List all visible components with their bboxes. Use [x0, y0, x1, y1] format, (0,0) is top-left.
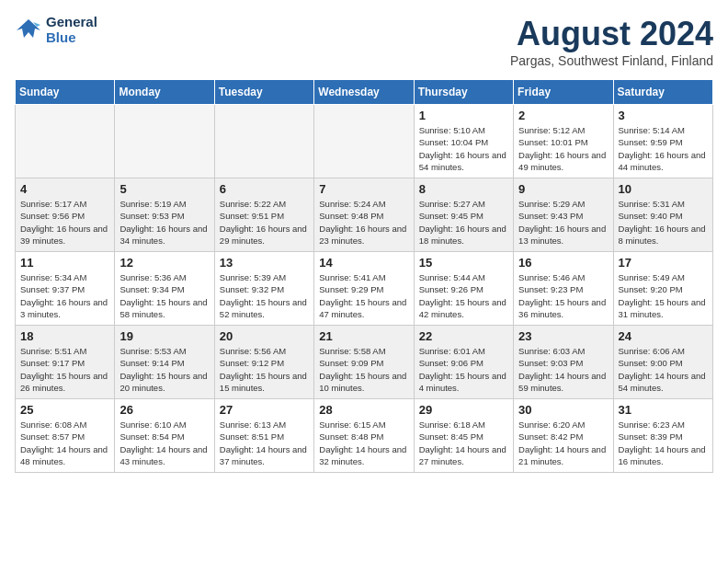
day-number: 19 [119, 329, 209, 343]
day-info: Sunrise: 5:17 AM Sunset: 9:56 PM Dayligh… [20, 198, 109, 247]
calendar-cell: 3Sunrise: 5:14 AM Sunset: 9:59 PM Daylig… [613, 105, 712, 178]
calendar-cell [16, 105, 115, 178]
calendar-cell: 25Sunrise: 6:08 AM Sunset: 8:57 PM Dayli… [16, 399, 115, 473]
calendar-cell: 15Sunrise: 5:44 AM Sunset: 9:26 PM Dayli… [414, 252, 513, 326]
day-number: 21 [319, 329, 408, 343]
day-number: 18 [20, 329, 109, 343]
day-number: 7 [319, 182, 408, 196]
calendar-cell [115, 105, 214, 178]
calendar-cell: 6Sunrise: 5:22 AM Sunset: 9:51 PM Daylig… [214, 178, 313, 252]
col-header-tuesday: Tuesday [214, 80, 313, 105]
day-info: Sunrise: 5:51 AM Sunset: 9:17 PM Dayligh… [20, 345, 109, 394]
day-number: 25 [20, 403, 109, 417]
calendar-cell: 8Sunrise: 5:27 AM Sunset: 9:45 PM Daylig… [414, 178, 513, 252]
logo-text-line1: General [46, 15, 97, 30]
day-number: 15 [419, 256, 508, 270]
day-number: 23 [518, 329, 608, 343]
calendar-cell: 24Sunrise: 6:06 AM Sunset: 9:00 PM Dayli… [613, 326, 712, 399]
day-number: 31 [619, 403, 708, 417]
day-info: Sunrise: 6:08 AM Sunset: 8:57 PM Dayligh… [20, 419, 109, 467]
day-info: Sunrise: 5:49 AM Sunset: 9:20 PM Dayligh… [619, 271, 708, 320]
day-info: Sunrise: 5:36 AM Sunset: 9:34 PM Dayligh… [119, 271, 209, 320]
calendar-cell: 26Sunrise: 6:10 AM Sunset: 8:54 PM Dayli… [115, 399, 214, 473]
calendar-cell: 10Sunrise: 5:31 AM Sunset: 9:40 PM Dayli… [613, 178, 712, 252]
calendar-cell: 13Sunrise: 5:39 AM Sunset: 9:32 PM Dayli… [214, 252, 313, 326]
calendar-cell: 5Sunrise: 5:19 AM Sunset: 9:53 PM Daylig… [115, 178, 214, 252]
day-info: Sunrise: 6:15 AM Sunset: 8:48 PM Dayligh… [319, 419, 408, 467]
title-area: August 2024 Pargas, Southwest Finland, F… [510, 15, 713, 68]
day-info: Sunrise: 5:44 AM Sunset: 9:26 PM Dayligh… [419, 271, 508, 320]
calendar-subtitle: Pargas, Southwest Finland, Finland [510, 53, 713, 68]
day-info: Sunrise: 5:27 AM Sunset: 9:45 PM Dayligh… [419, 198, 508, 247]
day-number: 22 [419, 329, 508, 343]
calendar-header-row: SundayMondayTuesdayWednesdayThursdayFrid… [16, 80, 713, 105]
day-info: Sunrise: 5:46 AM Sunset: 9:23 PM Dayligh… [518, 271, 608, 320]
calendar-cell: 11Sunrise: 5:34 AM Sunset: 9:37 PM Dayli… [16, 252, 115, 326]
day-number: 1 [419, 109, 508, 122]
day-number: 13 [220, 256, 309, 270]
day-info: Sunrise: 6:06 AM Sunset: 9:00 PM Dayligh… [619, 345, 708, 394]
day-number: 11 [20, 256, 109, 270]
header: General Blue August 2024 Pargas, Southwe… [15, 15, 713, 68]
day-number: 24 [619, 329, 708, 343]
day-info: Sunrise: 5:19 AM Sunset: 9:53 PM Dayligh… [119, 198, 209, 247]
calendar-week-1: 1Sunrise: 5:10 AM Sunset: 10:04 PM Dayli… [16, 105, 713, 178]
calendar-week-3: 11Sunrise: 5:34 AM Sunset: 9:37 PM Dayli… [16, 252, 713, 326]
calendar-cell: 1Sunrise: 5:10 AM Sunset: 10:04 PM Dayli… [414, 105, 513, 178]
day-info: Sunrise: 5:12 AM Sunset: 10:01 PM Daylig… [518, 124, 608, 173]
day-number: 27 [220, 403, 309, 417]
day-number: 6 [220, 182, 309, 196]
calendar-cell: 31Sunrise: 6:23 AM Sunset: 8:39 PM Dayli… [613, 399, 712, 473]
day-info: Sunrise: 5:56 AM Sunset: 9:12 PM Dayligh… [220, 345, 309, 394]
col-header-wednesday: Wednesday [314, 80, 414, 105]
logo-bird-icon [15, 17, 42, 43]
calendar-cell: 2Sunrise: 5:12 AM Sunset: 10:01 PM Dayli… [514, 105, 613, 178]
calendar-week-2: 4Sunrise: 5:17 AM Sunset: 9:56 PM Daylig… [16, 178, 713, 252]
day-number: 4 [20, 182, 109, 196]
day-info: Sunrise: 6:23 AM Sunset: 8:39 PM Dayligh… [619, 419, 708, 467]
day-info: Sunrise: 5:24 AM Sunset: 9:48 PM Dayligh… [319, 198, 408, 247]
day-info: Sunrise: 6:20 AM Sunset: 8:42 PM Dayligh… [518, 419, 608, 467]
calendar-cell: 19Sunrise: 5:53 AM Sunset: 9:14 PM Dayli… [115, 326, 214, 399]
day-number: 10 [619, 182, 708, 196]
day-number: 20 [220, 329, 309, 343]
calendar-title: August 2024 [510, 15, 713, 53]
col-header-thursday: Thursday [414, 80, 513, 105]
calendar-cell: 16Sunrise: 5:46 AM Sunset: 9:23 PM Dayli… [514, 252, 613, 326]
calendar-cell: 9Sunrise: 5:29 AM Sunset: 9:43 PM Daylig… [514, 178, 613, 252]
day-number: 17 [619, 256, 708, 270]
day-info: Sunrise: 6:10 AM Sunset: 8:54 PM Dayligh… [119, 419, 209, 467]
calendar-cell: 27Sunrise: 6:13 AM Sunset: 8:51 PM Dayli… [214, 399, 313, 473]
day-info: Sunrise: 5:39 AM Sunset: 9:32 PM Dayligh… [220, 271, 309, 320]
svg-marker-0 [17, 19, 40, 38]
day-info: Sunrise: 6:03 AM Sunset: 9:03 PM Dayligh… [518, 345, 608, 394]
calendar-cell: 21Sunrise: 5:58 AM Sunset: 9:09 PM Dayli… [314, 326, 414, 399]
day-info: Sunrise: 5:22 AM Sunset: 9:51 PM Dayligh… [220, 198, 309, 247]
day-info: Sunrise: 6:18 AM Sunset: 8:45 PM Dayligh… [419, 419, 508, 467]
day-number: 2 [518, 109, 608, 122]
col-header-saturday: Saturday [613, 80, 712, 105]
col-header-friday: Friday [514, 80, 613, 105]
day-number: 26 [119, 403, 209, 417]
calendar-cell: 22Sunrise: 6:01 AM Sunset: 9:06 PM Dayli… [414, 326, 513, 399]
day-info: Sunrise: 5:14 AM Sunset: 9:59 PM Dayligh… [619, 124, 708, 173]
calendar-cell: 4Sunrise: 5:17 AM Sunset: 9:56 PM Daylig… [16, 178, 115, 252]
day-number: 16 [518, 256, 608, 270]
day-info: Sunrise: 6:01 AM Sunset: 9:06 PM Dayligh… [419, 345, 508, 394]
calendar-week-5: 25Sunrise: 6:08 AM Sunset: 8:57 PM Dayli… [16, 399, 713, 473]
day-number: 14 [319, 256, 408, 270]
day-number: 29 [419, 403, 508, 417]
calendar-cell [214, 105, 313, 178]
calendar-cell [314, 105, 414, 178]
calendar-week-4: 18Sunrise: 5:51 AM Sunset: 9:17 PM Dayli… [16, 326, 713, 399]
day-number: 8 [419, 182, 508, 196]
day-number: 9 [518, 182, 608, 196]
calendar-cell: 14Sunrise: 5:41 AM Sunset: 9:29 PM Dayli… [314, 252, 414, 326]
day-info: Sunrise: 5:34 AM Sunset: 9:37 PM Dayligh… [20, 271, 109, 320]
day-info: Sunrise: 5:10 AM Sunset: 10:04 PM Daylig… [419, 124, 508, 173]
day-number: 3 [619, 109, 708, 122]
calendar-cell: 12Sunrise: 5:36 AM Sunset: 9:34 PM Dayli… [115, 252, 214, 326]
col-header-sunday: Sunday [16, 80, 115, 105]
col-header-monday: Monday [115, 80, 214, 105]
day-info: Sunrise: 5:53 AM Sunset: 9:14 PM Dayligh… [119, 345, 209, 394]
